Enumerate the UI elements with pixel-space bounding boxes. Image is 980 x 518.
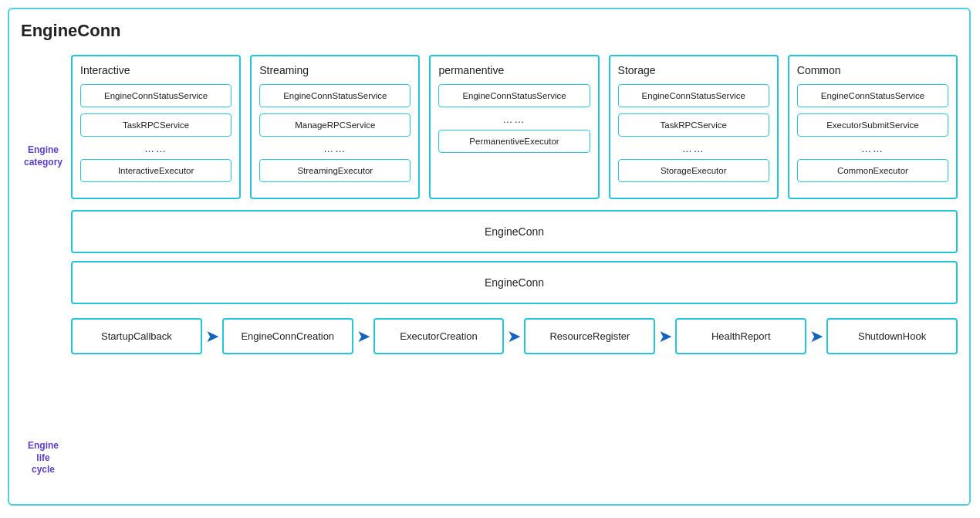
lifecycle-step-0: StartupCallback [71,318,202,354]
service-box: ExecutorSubmitService [797,113,948,137]
executor-box: StorageExecutor [618,159,769,182]
lifecycle-step-4: HealthReport [675,318,806,354]
engineconn-wide-box-0: EngineConn [71,210,958,253]
service-box: ManageRPCService [259,113,411,137]
category-title-common: Common [797,64,948,76]
category-title-interactive: Interactive [80,64,231,76]
category-box-permanentive: permanentiveEngineConnStatusService……Per… [429,55,599,199]
categories-row: InteractiveEngineConnStatusServiceTaskRP… [71,55,958,199]
executor-box: InteractiveExecutor [80,159,231,182]
dots: …… [618,143,769,154]
engineconn-wide-box-1: EngineConn [71,261,958,304]
lifecycle-step-2: ExecutorCreation [373,318,505,354]
service-box: TaskRPCService [618,113,769,137]
lifecycle-row: StartupCallback➤EngineConnCreation➤Execu… [71,318,958,354]
lifecycle-arrow-3: ➤ [658,327,672,347]
main-container: EngineConn Enginecategory InteractiveEng… [8,8,971,506]
lifecycle-step-3: ResourceRegister [524,318,655,354]
lifecycle-step-5: ShutdownHook [826,318,958,354]
service-box: EngineConnStatusService [80,84,231,107]
category-title-permanentive: permanentive [438,64,590,76]
service-box: EngineConnStatusService [259,84,411,107]
service-box: EngineConnStatusService [797,84,948,107]
page-title: EngineConn [21,21,958,41]
engine-category-label: Enginecategory [20,144,66,168]
dots: …… [797,143,948,154]
category-box-streaming: StreamingEngineConnStatusServiceManageRP… [250,55,420,199]
dots: …… [80,143,231,154]
dots: …… [438,113,590,125]
executor-box: CommonExecutor [797,159,948,182]
lifecycle-arrow-0: ➤ [205,327,219,347]
engineconn-rows: EngineConnEngineConn [71,210,958,304]
engine-lifecycle-label: Enginelifecycle [20,440,66,476]
lifecycle-step-1: EngineConnCreation [222,318,353,354]
category-title-streaming: Streaming [259,64,411,76]
service-box: EngineConnStatusService [438,84,590,107]
lifecycle-arrow-1: ➤ [357,327,370,347]
executor-box: PermanentiveExecutor [438,130,590,153]
lifecycle-arrow-2: ➤ [507,327,521,347]
category-title-storage: Storage [618,64,769,76]
executor-box: StreamingExecutor [259,159,411,182]
service-box: EngineConnStatusService [618,84,769,107]
dots: …… [259,143,411,154]
category-box-storage: StorageEngineConnStatusServiceTaskRPCSer… [609,55,779,199]
category-box-interactive: InteractiveEngineConnStatusServiceTaskRP… [71,55,241,199]
lifecycle-arrow-4: ➤ [809,327,823,347]
category-box-common: CommonEngineConnStatusServiceExecutorSub… [788,55,958,199]
service-box: TaskRPCService [80,113,231,137]
